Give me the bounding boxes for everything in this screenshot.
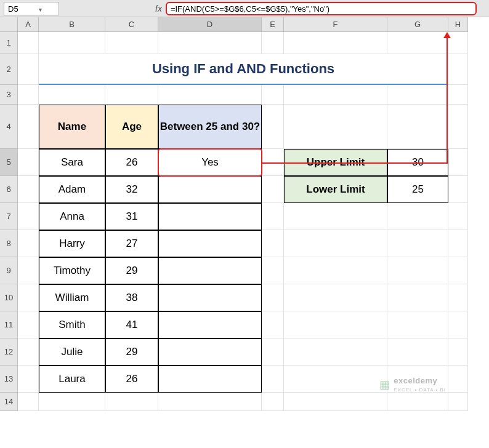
cell-E10[interactable] xyxy=(262,284,284,311)
name-box[interactable]: D5 ▾ xyxy=(4,2,59,15)
cell-F11[interactable] xyxy=(284,311,387,338)
cell-B14[interactable] xyxy=(39,393,105,411)
cell-C1[interactable] xyxy=(105,32,158,54)
col-header-G[interactable]: G xyxy=(387,17,448,32)
cell-A1[interactable] xyxy=(18,32,39,54)
cell-F4[interactable] xyxy=(284,105,387,149)
cell-H2[interactable] xyxy=(448,54,468,85)
cell-name[interactable]: Harry xyxy=(39,230,105,257)
cell-between[interactable] xyxy=(158,176,262,203)
col-header-D[interactable]: D xyxy=(158,17,262,32)
cell-E13[interactable] xyxy=(262,366,284,393)
cell-B1[interactable] xyxy=(39,32,105,54)
cell-E1[interactable] xyxy=(262,32,284,54)
cell-E12[interactable] xyxy=(262,338,284,366)
cell-H4[interactable] xyxy=(448,105,468,149)
cell-G9[interactable] xyxy=(387,257,448,284)
cell-H9[interactable] xyxy=(448,257,468,284)
cell-E7[interactable] xyxy=(262,203,284,230)
cell-name[interactable]: Sara xyxy=(39,149,105,176)
cell-name[interactable]: Anna xyxy=(39,203,105,230)
row-header-13[interactable]: 13 xyxy=(0,366,18,393)
lower-limit-value[interactable]: 25 xyxy=(387,176,448,203)
cell-name[interactable]: Julie xyxy=(39,338,105,366)
select-all-corner[interactable] xyxy=(0,17,18,32)
fx-icon[interactable]: fx xyxy=(155,4,162,14)
cell-D14[interactable] xyxy=(158,393,262,411)
cell-A4[interactable] xyxy=(18,105,39,149)
cell-between[interactable] xyxy=(158,230,262,257)
cell-between[interactable] xyxy=(158,203,262,230)
cell-A6[interactable] xyxy=(18,176,39,203)
cell-name[interactable]: William xyxy=(39,284,105,311)
cell-F1[interactable] xyxy=(284,32,387,54)
cell-name[interactable]: Laura xyxy=(39,366,105,393)
cell-G3[interactable] xyxy=(387,85,448,105)
col-header-H[interactable]: H xyxy=(448,17,468,32)
cell-age[interactable]: 38 xyxy=(105,284,158,311)
header-between[interactable]: Between 25 and 30? xyxy=(158,105,262,149)
row-header-8[interactable]: 8 xyxy=(0,230,18,257)
upper-limit-value[interactable]: 30 xyxy=(387,149,448,176)
cell-F12[interactable] xyxy=(284,338,387,366)
col-header-F[interactable]: F xyxy=(284,17,387,32)
cell-age[interactable]: 32 xyxy=(105,176,158,203)
row-header-7[interactable]: 7 xyxy=(0,203,18,230)
cell-E6[interactable] xyxy=(262,176,284,203)
cell-G14[interactable] xyxy=(387,393,448,411)
cell-G7[interactable] xyxy=(387,203,448,230)
cell-G11[interactable] xyxy=(387,311,448,338)
cell-H10[interactable] xyxy=(448,284,468,311)
cell-age[interactable]: 31 xyxy=(105,203,158,230)
cell-A10[interactable] xyxy=(18,284,39,311)
cell-between[interactable] xyxy=(158,284,262,311)
cell-D3[interactable] xyxy=(158,85,262,105)
col-header-C[interactable]: C xyxy=(105,17,158,32)
row-header-6[interactable]: 6 xyxy=(0,176,18,203)
cell-A8[interactable] xyxy=(18,230,39,257)
cell-H12[interactable] xyxy=(448,338,468,366)
header-name[interactable]: Name xyxy=(39,105,105,149)
cell-A3[interactable] xyxy=(18,85,39,105)
cell-E9[interactable] xyxy=(262,257,284,284)
row-header-5[interactable]: 5 xyxy=(0,149,18,176)
cell-F9[interactable] xyxy=(284,257,387,284)
cell-B3[interactable] xyxy=(39,85,105,105)
cell-H13[interactable] xyxy=(448,366,468,393)
chevron-down-icon[interactable]: ▾ xyxy=(39,6,42,13)
cell-E14[interactable] xyxy=(262,393,284,411)
cell-G12[interactable] xyxy=(387,338,448,366)
cell-A2[interactable] xyxy=(18,54,39,85)
cell-H8[interactable] xyxy=(448,230,468,257)
row-header-11[interactable]: 11 xyxy=(0,311,18,338)
cell-G1[interactable] xyxy=(387,32,448,54)
cell-A7[interactable] xyxy=(18,203,39,230)
cell-H7[interactable] xyxy=(448,203,468,230)
cell-age[interactable]: 27 xyxy=(105,230,158,257)
col-header-E[interactable]: E xyxy=(262,17,284,32)
cell-F8[interactable] xyxy=(284,230,387,257)
row-header-14[interactable]: 14 xyxy=(0,393,18,411)
cell-C3[interactable] xyxy=(105,85,158,105)
cell-E11[interactable] xyxy=(262,311,284,338)
cell-G4[interactable] xyxy=(387,105,448,149)
cell-H6[interactable] xyxy=(448,176,468,203)
row-header-9[interactable]: 9 xyxy=(0,257,18,284)
cell-E4[interactable] xyxy=(262,105,284,149)
cell-A14[interactable] xyxy=(18,393,39,411)
cell-H11[interactable] xyxy=(448,311,468,338)
cell-name[interactable]: Smith xyxy=(39,311,105,338)
cell-C14[interactable] xyxy=(105,393,158,411)
cell-A13[interactable] xyxy=(18,366,39,393)
cell-between[interactable] xyxy=(158,257,262,284)
row-header-4[interactable]: 4 xyxy=(0,105,18,149)
cell-A5[interactable] xyxy=(18,149,39,176)
cell-E3[interactable] xyxy=(262,85,284,105)
header-age[interactable]: Age xyxy=(105,105,158,149)
page-title[interactable]: Using IF and AND Functions xyxy=(39,54,448,85)
upper-limit-label[interactable]: Upper Limit xyxy=(284,149,387,176)
cell-F7[interactable] xyxy=(284,203,387,230)
cell-E5[interactable] xyxy=(262,149,284,176)
cell-name[interactable]: Adam xyxy=(39,176,105,203)
cell-G8[interactable] xyxy=(387,230,448,257)
